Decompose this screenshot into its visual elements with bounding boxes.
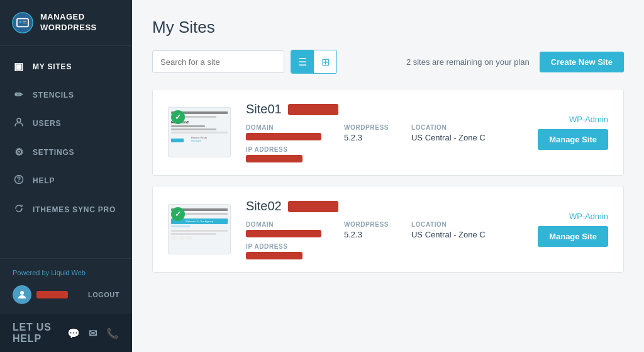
- wordpress-block: WORDPRESS 5.2.3: [344, 221, 389, 239]
- site-info: Site02 DOMAIN IP ADDRESS WORDPRESS 5.2.3…: [246, 199, 523, 259]
- svg-point-0: [13, 13, 33, 33]
- sidebar-item-my-sites[interactable]: ▣ MY SITES: [0, 52, 132, 81]
- sidebar-item-label: STENCILS: [33, 91, 74, 99]
- user-info: [13, 285, 68, 304]
- domain-label: DOMAIN: [246, 124, 321, 131]
- domain-value-redacted: [246, 230, 321, 237]
- location-label: LOCATION: [411, 124, 486, 131]
- toolbar-left: ☰ ⊞: [152, 50, 337, 74]
- settings-icon: ⚙: [13, 146, 25, 158]
- grid-view-button[interactable]: ⊞: [314, 50, 336, 73]
- site-details: DOMAIN IP ADDRESS WORDPRESS 5.2.3 LOCATI…: [246, 124, 523, 162]
- location-block: LOCATION US Central - Zone C: [411, 221, 486, 239]
- sidebar-item-help[interactable]: HELP: [0, 166, 132, 195]
- chat-icon[interactable]: 💬: [67, 327, 80, 339]
- sidebar-item-label: USERS: [33, 119, 61, 128]
- site-name: Site02: [246, 199, 282, 213]
- site-thumbnail: ✓ Hello world! Recent Posts Hello world!: [168, 107, 231, 157]
- ip-value-redacted: [246, 155, 303, 162]
- svg-rect-4: [23, 23, 26, 23]
- toolbar: ☰ ⊞ 2 sites are remaining on your plan C…: [152, 50, 624, 74]
- my-sites-icon: ▣: [13, 60, 25, 72]
- sidebar-item-settings[interactable]: ⚙ SETTINGS: [0, 138, 132, 166]
- email-icon[interactable]: ✉: [89, 327, 97, 339]
- manage-site-button[interactable]: Manage Site: [538, 226, 608, 247]
- toolbar-right: 2 sites are remaining on your plan Creat…: [406, 52, 624, 72]
- site-name-row: Site01: [246, 102, 523, 116]
- sidebar-item-label: HELP: [33, 176, 55, 185]
- list-view-button[interactable]: ☰: [291, 50, 314, 73]
- wordpress-label: WORDPRESS: [344, 124, 389, 131]
- site-name: Site01: [246, 102, 282, 116]
- logo-icon: [11, 11, 34, 34]
- svg-point-8: [20, 291, 24, 295]
- site-info: Site01 DOMAIN IP ADDRESS WORDPRESS 5.2.3…: [246, 102, 523, 162]
- plan-remaining-text: 2 sites are remaining on your plan: [406, 57, 530, 67]
- view-toggle: ☰ ⊞: [291, 50, 337, 74]
- wordpress-label: WORDPRESS: [344, 221, 389, 228]
- sidebar-item-label: SETTINGS: [33, 148, 74, 157]
- domain-value-redacted: [246, 133, 321, 140]
- brand-name: MANAGED WORDPRESS: [40, 12, 97, 33]
- stencils-icon: ✏: [13, 89, 25, 101]
- help-icon: [13, 174, 25, 187]
- ip-label: IP ADDRESS: [246, 243, 321, 250]
- svg-point-7: [18, 181, 19, 183]
- location-label: LOCATION: [411, 221, 486, 228]
- wordpress-version: 5.2.3: [344, 133, 389, 142]
- site-details: DOMAIN IP ADDRESS WORDPRESS 5.2.3 LOCATI…: [246, 221, 523, 259]
- create-new-site-button[interactable]: Create New Site: [540, 52, 624, 72]
- let-us-help-label: LET US HELP: [13, 322, 58, 344]
- sidebar-item-users[interactable]: USERS: [0, 109, 132, 138]
- svg-rect-3: [23, 21, 26, 21]
- site-card: ✓ Hello world! Recent Posts Hello world!: [152, 89, 624, 176]
- wp-admin-link[interactable]: WP-Admin: [569, 115, 608, 124]
- domain-block: DOMAIN IP ADDRESS: [246, 221, 321, 259]
- location-block: LOCATION US Central - Zone C: [411, 124, 486, 142]
- site-name-redacted: [288, 201, 338, 212]
- manage-site-button[interactable]: Manage Site: [538, 129, 608, 150]
- sidebar-footer: Powered by Liquid Web LOGOUT: [0, 258, 132, 314]
- site-actions: WP-Admin Manage Site: [538, 115, 608, 150]
- ip-value-redacted: [246, 252, 303, 259]
- location-value: US Central - Zone C: [411, 133, 486, 142]
- domain-label: DOMAIN: [246, 221, 321, 228]
- site-thumbnail: ✓ Welcome To The Agency: [168, 204, 231, 254]
- site-name-redacted: [288, 104, 338, 115]
- site-actions: WP-Admin Manage Site: [538, 212, 608, 247]
- avatar: [13, 285, 31, 304]
- site-active-checkmark: ✓: [171, 110, 185, 124]
- page-title: My Sites: [152, 18, 624, 37]
- svg-rect-2: [19, 21, 22, 23]
- let-us-help-bar: LET US HELP 💬 ✉ 📞: [0, 314, 132, 352]
- logo-area: MANAGED WORDPRESS: [0, 0, 132, 46]
- sidebar-nav: ▣ MY SITES ✏ STENCILS USERS ⚙ SETTINGS: [0, 46, 132, 258]
- ithemes-icon: [13, 203, 25, 216]
- svg-point-5: [17, 118, 21, 122]
- wordpress-block: WORDPRESS 5.2.3: [344, 124, 389, 142]
- phone-icon[interactable]: 📞: [106, 327, 119, 339]
- site-name-row: Site02: [246, 199, 523, 213]
- domain-block: DOMAIN IP ADDRESS: [246, 124, 321, 162]
- site-card: ✓ Welcome To The Agency S: [152, 186, 624, 273]
- powered-by-link[interactable]: Powered by Liquid Web: [13, 269, 119, 276]
- users-icon: [13, 117, 25, 130]
- sidebar-item-stencils[interactable]: ✏ STENCILS: [0, 81, 132, 109]
- wp-admin-link[interactable]: WP-Admin: [569, 212, 608, 221]
- sidebar-item-label: ITHEMES SYNC PRO: [33, 205, 116, 214]
- sidebar-item-ithemes[interactable]: ITHEMES SYNC PRO: [0, 195, 132, 224]
- site-active-checkmark: ✓: [171, 207, 185, 221]
- user-row: LOGOUT: [13, 285, 119, 304]
- location-value: US Central - Zone C: [411, 230, 486, 239]
- sidebar-item-label: MY SITES: [33, 62, 72, 71]
- main-content: My Sites ☰ ⊞ 2 sites are remaining on yo…: [132, 0, 644, 352]
- search-input[interactable]: [152, 50, 284, 73]
- logout-button[interactable]: LOGOUT: [88, 291, 119, 298]
- sidebar: MANAGED WORDPRESS ▣ MY SITES ✏ STENCILS …: [0, 0, 132, 352]
- ip-label: IP ADDRESS: [246, 146, 321, 153]
- wordpress-version: 5.2.3: [344, 230, 389, 239]
- user-name-redacted: [36, 291, 68, 298]
